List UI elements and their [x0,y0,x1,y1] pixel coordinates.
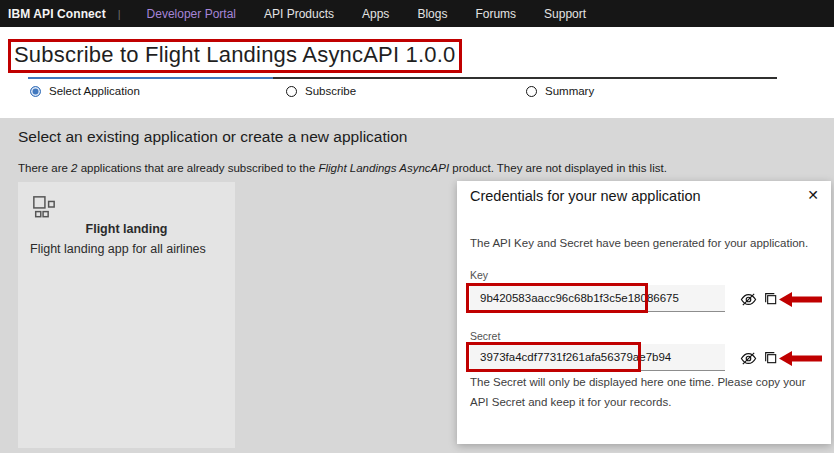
nav-link-developer-portal[interactable]: Developer Portal [133,7,250,21]
application-card[interactable]: Flight landing Flight landing app for al… [18,182,235,448]
credentials-modal: Credentials for your new application ✕ T… [457,181,831,444]
nav-link-support[interactable]: Support [530,7,600,21]
description-product-name: Flight Landings AsyncAPI [318,162,449,174]
nav-divider: | [118,8,133,20]
copy-key-icon[interactable] [762,290,780,308]
page-title: Subscribe to Flight Landings AsyncAPI 1.… [14,42,456,68]
key-field[interactable] [470,285,725,312]
key-annotation-arrow [779,292,822,307]
section-description: There are 2 applications that are alread… [18,162,667,174]
description-text: applications that are already subscribed… [77,162,318,174]
description-text: There are [18,162,71,174]
hide-key-eye-icon[interactable] [739,290,757,308]
brand-logo: IBM API Connect [8,7,118,21]
key-field-label: Key [470,269,488,281]
nav-link-apps[interactable]: Apps [348,7,403,21]
section-heading: Select an existing application or create… [18,128,407,146]
step-label: Select Application [49,85,140,97]
step-label: Subscribe [305,85,356,97]
step-summary[interactable]: Summary [526,85,594,97]
copy-secret-icon[interactable] [762,349,780,367]
step-label: Summary [545,85,594,97]
close-icon[interactable]: ✕ [803,185,823,205]
modal-footer-text: The Secret will only be displayed here o… [470,372,815,412]
top-navigation: IBM API Connect | Developer Portal API P… [0,0,834,27]
secret-annotation-arrow [779,351,822,366]
application-icon [32,195,56,219]
screen: IBM API Connect | Developer Portal API P… [0,0,834,453]
nav-link-api-products[interactable]: API Products [250,7,348,21]
modal-intro-text: The API Key and Secret have been generat… [470,237,808,249]
radio-unselected-icon[interactable] [526,86,537,97]
nav-link-forums[interactable]: Forums [461,7,530,21]
radio-selected-icon[interactable] [30,86,41,97]
step-select-application[interactable]: Select Application [30,85,140,97]
hide-secret-eye-icon[interactable] [739,349,757,367]
modal-title: Credentials for your new application [470,188,701,204]
step-subscribe[interactable]: Subscribe [286,85,356,97]
progress-track-completed [28,77,273,79]
description-text: product. They are not displayed in this … [449,162,667,174]
radio-unselected-icon[interactable] [286,86,297,97]
application-card-subtitle: Flight landing app for all airlines [30,242,206,256]
application-card-title: Flight landing [18,222,235,236]
secret-field[interactable] [470,344,725,371]
secret-field-label: Secret [470,330,500,342]
nav-link-blogs[interactable]: Blogs [403,7,461,21]
